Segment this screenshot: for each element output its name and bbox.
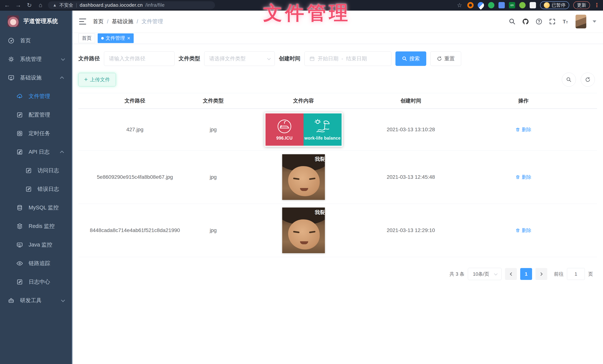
next-page-button[interactable] bbox=[535, 268, 547, 280]
sidebar-item-log-center[interactable]: 日志中心 bbox=[0, 273, 72, 291]
page-number-1[interactable]: 1 bbox=[520, 268, 532, 280]
start-date-placeholder: 开始日期 bbox=[318, 55, 338, 62]
extension-grid-icon[interactable] bbox=[499, 2, 505, 8]
search-icon bbox=[402, 56, 407, 61]
total-count: 共 3 条 bbox=[450, 271, 464, 277]
column-header: 操作 bbox=[450, 93, 597, 108]
sidebar-item-dev-tools[interactable]: 研发工具 bbox=[0, 291, 72, 310]
refresh-table-button[interactable] bbox=[581, 73, 595, 87]
tab-label: 文件管理 bbox=[106, 35, 125, 41]
trash-icon bbox=[515, 228, 520, 233]
extension-gear-icon[interactable] bbox=[467, 2, 474, 8]
file-preview-baby-meme[interactable]: 我裂开了 bbox=[282, 207, 325, 253]
page-unit-label: 页 bbox=[588, 271, 593, 277]
beach-umbrella-icon bbox=[313, 119, 331, 134]
extension-leaf-icon[interactable] bbox=[519, 2, 526, 8]
sidebar-item-label: Redis 监控 bbox=[29, 223, 55, 230]
goto-label: 前往 bbox=[554, 271, 564, 277]
dashboard-icon bbox=[8, 37, 14, 44]
baby-face bbox=[288, 219, 320, 250]
delete-button[interactable]: 删除 bbox=[515, 227, 531, 234]
extension-on-badge-icon[interactable]: on bbox=[509, 2, 515, 8]
sidebar-item-scheduled-tasks[interactable]: 定时任务 bbox=[0, 124, 72, 143]
sidebar-item-system[interactable]: 系统管理 bbox=[0, 50, 72, 68]
file-content-cell: 我裂开了 bbox=[235, 150, 372, 204]
monitor-chart-icon bbox=[16, 241, 23, 248]
chevron-down-icon bbox=[61, 298, 65, 302]
tab-home[interactable]: 首页 bbox=[78, 34, 95, 43]
table-header-row: 文件路径 文件类型 文件内容 创建时间 操作 bbox=[78, 93, 597, 109]
sidebar-item-access-logs[interactable]: 访问日志 bbox=[0, 161, 72, 180]
sidebar-item-mysql-monitor[interactable]: MySQL 监控 bbox=[0, 198, 72, 217]
user-menu-caret-icon[interactable] bbox=[593, 20, 596, 23]
sidebar-item-home[interactable]: 首页 bbox=[0, 31, 72, 50]
toggle-search-button[interactable] bbox=[562, 73, 576, 87]
sidebar-logo-row[interactable]: 芋道管理系统 bbox=[0, 11, 72, 31]
browser-home-icon[interactable]: ⌂ bbox=[37, 2, 44, 9]
action-cell: 删除 bbox=[450, 123, 597, 136]
not-secure-label[interactable]: 不安全 bbox=[59, 2, 73, 8]
reset-button[interactable]: 重置 bbox=[430, 51, 461, 66]
extension-pin-icon[interactable] bbox=[476, 0, 485, 10]
sidebar-item-tracing[interactable]: 链路追踪 bbox=[0, 254, 72, 273]
trash-icon bbox=[515, 175, 520, 180]
sidebar-item-label: 研发工具 bbox=[20, 297, 42, 304]
sidebar-toggle-icon[interactable] bbox=[79, 19, 86, 24]
github-icon[interactable] bbox=[522, 18, 529, 25]
search-button[interactable]: 搜索 bbox=[395, 51, 426, 66]
url-separator: | bbox=[76, 2, 77, 8]
header-search-icon[interactable] bbox=[509, 18, 516, 25]
profile-emoji-icon bbox=[544, 2, 550, 8]
svg-text:T: T bbox=[563, 19, 566, 24]
url-path: /infra/file bbox=[145, 2, 165, 8]
date-range-picker[interactable]: 开始日期 - 结束日期 bbox=[304, 51, 391, 66]
browser-reload-icon[interactable]: ↻ bbox=[26, 2, 33, 9]
sidebar-item-label: API 日志 bbox=[29, 148, 50, 156]
create-time-label: 创建时间 bbox=[279, 55, 300, 62]
sidebar-item-java-monitor[interactable]: Java 监控 bbox=[0, 236, 72, 254]
help-icon[interactable] bbox=[535, 18, 543, 25]
file-type-select[interactable]: 请选择文件类型 bbox=[204, 51, 275, 66]
tab-label: 首页 bbox=[82, 35, 92, 41]
page-size-select[interactable]: 10条/页 bbox=[468, 268, 502, 280]
edit-square-icon bbox=[16, 112, 23, 118]
sidebar-item-label: 错误日志 bbox=[37, 185, 59, 193]
sidebar-item-label: 配置管理 bbox=[29, 111, 50, 119]
file-path-input[interactable] bbox=[109, 56, 170, 62]
tags-view: 首页 文件管理 × bbox=[72, 33, 603, 44]
extension-puzzle-icon[interactable] bbox=[530, 2, 536, 8]
browser-forward-icon[interactable]: → bbox=[14, 2, 22, 9]
extension-green-circle-icon[interactable] bbox=[488, 2, 494, 8]
sidebar-item-api-logs[interactable]: API 日志 bbox=[0, 143, 72, 161]
bookmark-star-icon[interactable]: ☆ bbox=[456, 2, 463, 9]
browser-menu-dots-icon[interactable]: ⋮ bbox=[594, 2, 600, 8]
sidebar-item-redis-monitor[interactable]: Redis 监控 bbox=[0, 217, 72, 236]
tab-file-management[interactable]: 文件管理 × bbox=[98, 34, 134, 43]
delete-button[interactable]: 删除 bbox=[515, 174, 531, 181]
close-tab-icon[interactable]: × bbox=[127, 36, 130, 41]
sidebar-item-error-logs[interactable]: 错误日志 bbox=[0, 180, 72, 198]
column-header: 文件内容 bbox=[235, 93, 372, 108]
profile-paused-chip[interactable]: 已暂停 bbox=[540, 1, 569, 9]
user-avatar[interactable] bbox=[576, 15, 586, 28]
upload-file-button[interactable]: + 上传文件 bbox=[78, 73, 116, 86]
delete-button[interactable]: 删除 bbox=[515, 126, 531, 133]
url-bar[interactable]: ▲ 不安全 | dashboard.yudao.iocoder.cn /infr… bbox=[48, 1, 215, 9]
browser-update-button[interactable]: 更新 bbox=[573, 1, 590, 9]
sidebar-item-infrastructure[interactable]: 基础设施 bbox=[0, 68, 72, 87]
file-preview-996icu[interactable]: 996.ICU work-life balance bbox=[265, 113, 343, 147]
goto-page-input[interactable] bbox=[567, 268, 585, 280]
font-size-icon[interactable]: TT bbox=[562, 18, 569, 25]
edit-square-icon bbox=[25, 167, 32, 174]
prev-page-button[interactable] bbox=[505, 268, 517, 280]
breadcrumb-section[interactable]: 基础设施 bbox=[112, 18, 133, 25]
file-preview-baby-meme[interactable]: 我裂开了 bbox=[282, 154, 325, 200]
sidebar-item-config-management[interactable]: 配置管理 bbox=[0, 106, 72, 124]
sidebar-menu: 首页 系统管理 基础设施 bbox=[0, 31, 72, 310]
preview-caption: 我裂开了 bbox=[303, 156, 325, 162]
sidebar-item-file-management[interactable]: 文件管理 bbox=[0, 87, 72, 106]
browser-back-icon[interactable]: ← bbox=[3, 2, 11, 9]
breadcrumb-home[interactable]: 首页 bbox=[93, 18, 104, 25]
fullscreen-icon[interactable] bbox=[549, 18, 556, 25]
chevron-up-icon bbox=[60, 150, 64, 154]
